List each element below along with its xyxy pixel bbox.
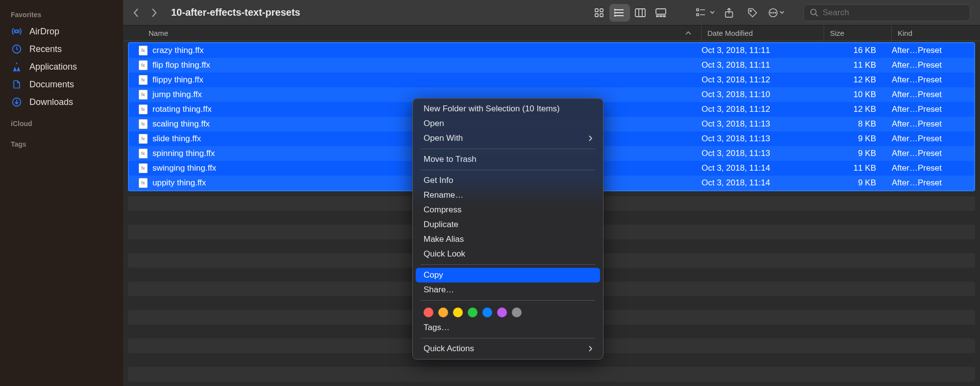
ctx-quick-look[interactable]: Quick Look (416, 247, 600, 261)
clock-icon (11, 43, 23, 55)
ctx-quick-actions[interactable]: Quick Actions (416, 341, 600, 356)
search-input[interactable] (823, 8, 964, 18)
view-gallery-button[interactable] (651, 4, 671, 22)
sidebar-item-recents[interactable]: Recents (0, 40, 123, 58)
sidebar-item-airdrop[interactable]: AirDrop (0, 23, 123, 40)
empty-row (128, 367, 975, 382)
file-name: flippy thing.ffx (152, 75, 203, 85)
svg-point-9 (614, 15, 615, 16)
sidebar-item-label: Recents (29, 44, 62, 54)
ctx-copy[interactable]: Copy (416, 268, 600, 283)
document-icon (11, 78, 23, 90)
file-name: jump thing.ffx (152, 90, 202, 100)
file-row[interactable]: fxflippy thing.ffxOct 3, 2018, 11:1212 K… (129, 73, 974, 87)
sidebar: Favorites AirDrop Recents Applications D… (0, 0, 123, 386)
ctx-make-alias[interactable]: Make Alias (416, 232, 600, 247)
tag-color-dot[interactable] (482, 308, 492, 317)
share-button[interactable] (718, 4, 740, 22)
view-icons-button[interactable] (589, 4, 609, 22)
sidebar-item-downloads[interactable]: Downloads (0, 93, 123, 111)
file-date: Oct 3, 2018, 11:14 (696, 163, 818, 173)
file-name: flip flop thing.ffx (152, 60, 210, 70)
ctx-open-with[interactable]: Open With (416, 131, 600, 146)
ctx-separator (421, 300, 595, 301)
column-size[interactable]: Size (824, 26, 892, 41)
sidebar-item-documents[interactable]: Documents (0, 76, 123, 93)
file-icon: fx (139, 134, 148, 144)
svg-point-22 (775, 12, 776, 13)
file-icon: fx (139, 104, 148, 114)
ctx-move-to-trash[interactable]: Move to Trash (416, 152, 600, 167)
svg-rect-14 (663, 16, 665, 17)
file-date: Oct 3, 2018, 11:12 (696, 75, 818, 85)
ctx-get-info[interactable]: Get Info (416, 173, 600, 188)
file-size: 12 KB (818, 104, 886, 114)
file-date: Oct 3, 2018, 11:12 (696, 104, 818, 114)
file-row[interactable]: fxcrazy thing.ffxOct 3, 2018, 11:1116 KB… (129, 43, 974, 58)
svg-rect-6 (600, 14, 603, 17)
column-name[interactable]: Name (123, 26, 702, 41)
tag-color-dot[interactable] (512, 308, 522, 317)
tag-color-dot[interactable] (438, 308, 448, 317)
file-kind: After…Preset (886, 178, 974, 188)
tag-color-dot[interactable] (468, 308, 477, 317)
file-date: Oct 3, 2018, 11:11 (696, 60, 818, 70)
file-row[interactable]: fxflip flop thing.ffxOct 3, 2018, 11:111… (129, 58, 974, 73)
file-kind: After…Preset (886, 75, 974, 85)
svg-rect-3 (595, 9, 598, 12)
file-date: Oct 3, 2018, 11:13 (696, 134, 818, 144)
search-icon (810, 8, 819, 17)
ctx-duplicate[interactable]: Duplicate (416, 217, 600, 232)
tag-button[interactable] (742, 4, 763, 22)
group-by-button[interactable] (695, 4, 716, 22)
svg-point-21 (773, 12, 774, 13)
file-kind: After…Preset (886, 134, 974, 144)
file-name: spinning thing.ffx (152, 149, 215, 158)
ctx-compress[interactable]: Compress (416, 203, 600, 217)
file-size: 11 KB (818, 60, 886, 70)
ctx-new-folder[interactable]: New Folder with Selection (10 Items) (416, 102, 600, 116)
svg-point-7 (614, 9, 615, 10)
svg-point-8 (614, 12, 615, 13)
tag-color-dot[interactable] (424, 308, 433, 317)
sidebar-item-label: Downloads (29, 97, 73, 107)
ctx-open[interactable]: Open (416, 116, 600, 131)
tag-color-dot[interactable] (497, 308, 507, 317)
svg-rect-12 (656, 16, 658, 17)
file-icon: fx (139, 178, 148, 188)
svg-rect-16 (697, 14, 699, 16)
ctx-rename[interactable]: Rename… (416, 188, 600, 203)
action-menu-button[interactable] (765, 4, 787, 22)
file-icon: fx (139, 46, 148, 55)
svg-rect-11 (656, 9, 666, 14)
sort-ascending-icon (685, 31, 695, 36)
file-size: 10 KB (818, 90, 886, 100)
back-button[interactable] (133, 8, 140, 18)
file-icon: fx (139, 90, 148, 100)
airdrop-icon (11, 26, 23, 37)
ctx-tags[interactable]: Tags… (416, 320, 600, 335)
sidebar-item-applications[interactable]: Applications (0, 58, 123, 76)
column-kind[interactable]: Kind (892, 26, 980, 41)
view-list-button[interactable] (609, 4, 630, 22)
column-date-modified[interactable]: Date Modified (702, 26, 824, 41)
main-pane: 10-after-effects-text-presets (123, 0, 980, 386)
search-box[interactable] (804, 4, 970, 21)
forward-button[interactable] (151, 8, 157, 18)
file-size: 16 KB (818, 46, 886, 55)
file-size: 9 KB (818, 134, 886, 144)
view-columns-button[interactable] (630, 4, 651, 22)
file-size: 9 KB (818, 149, 886, 158)
file-name: scaling thing.ffx (152, 119, 210, 129)
file-icon: fx (139, 149, 148, 158)
file-icon: fx (139, 119, 148, 129)
chevron-right-icon (588, 346, 592, 352)
chevron-right-icon (588, 135, 592, 141)
ctx-separator (421, 149, 595, 149)
svg-point-18 (750, 10, 752, 11)
svg-rect-5 (595, 14, 598, 17)
download-icon (11, 96, 23, 108)
ctx-share[interactable]: Share… (416, 283, 600, 297)
ctx-separator (421, 170, 595, 170)
tag-color-dot[interactable] (453, 308, 463, 317)
